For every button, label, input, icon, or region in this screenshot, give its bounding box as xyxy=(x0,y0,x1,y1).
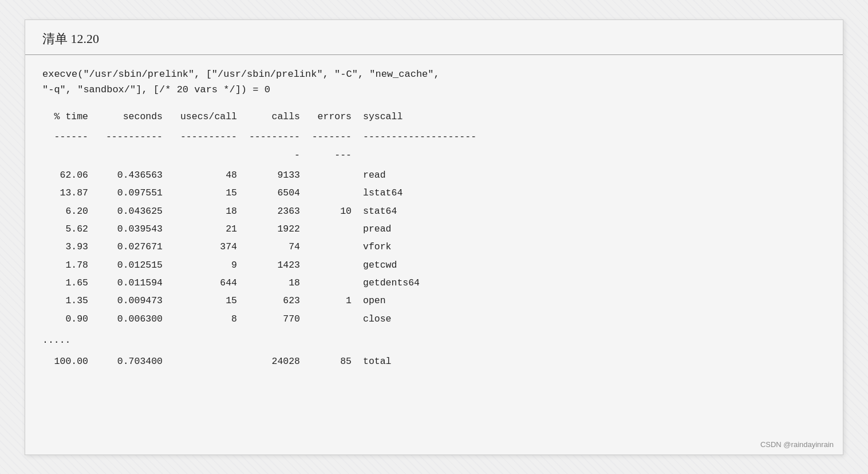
row-calls: 623 xyxy=(248,292,311,310)
row-calls: 9133 xyxy=(248,166,311,184)
total-syscall: total xyxy=(363,352,478,370)
row-seconds: 0.012515 xyxy=(100,256,174,274)
row-seconds: 0.436563 xyxy=(100,166,174,184)
row-syscall: close xyxy=(363,310,478,328)
row-calls: 770 xyxy=(248,310,311,328)
syscall-table: % time seconds usecs/call calls errors s… xyxy=(42,108,826,371)
total-errors: 85 xyxy=(311,352,363,370)
sep-seconds: ---------- xyxy=(100,128,174,164)
row-usecs: 21 xyxy=(174,220,248,238)
header-seconds: seconds xyxy=(100,108,174,126)
row-errors xyxy=(311,256,363,274)
total-pct: 100.00 xyxy=(42,352,100,370)
table-row: 62.06 0.436563 48 9133 read xyxy=(42,166,826,184)
row-seconds: 0.009473 xyxy=(100,292,174,310)
row-errors xyxy=(311,166,363,184)
row-errors xyxy=(311,274,363,292)
row-syscall: vfork xyxy=(363,238,478,256)
row-syscall: open xyxy=(363,292,478,310)
header-usecs: usecs/call xyxy=(174,108,248,126)
row-syscall: lstat64 xyxy=(363,184,478,202)
row-pct: 5.62 xyxy=(42,220,100,238)
table-row: 6.20 0.043625 18 2363 10 stat64 xyxy=(42,202,826,220)
content-area: execve("/usr/sbin/prelink", ["/usr/sbin/… xyxy=(25,55,843,388)
row-syscall: getdents64 xyxy=(363,274,478,292)
row-usecs: 8 xyxy=(174,310,248,328)
row-usecs: 18 xyxy=(174,202,248,220)
row-calls: 1922 xyxy=(248,220,311,238)
row-seconds: 0.043625 xyxy=(100,202,174,220)
table-header-row: % time seconds usecs/call calls errors s… xyxy=(42,108,826,126)
row-usecs: 48 xyxy=(174,166,248,184)
command-line1: execve("/usr/sbin/prelink", ["/usr/sbin/… xyxy=(42,66,826,82)
dots-row: ..... xyxy=(42,331,826,349)
row-errors xyxy=(311,310,363,328)
row-pct: 1.35 xyxy=(42,292,100,310)
row-syscall: pread xyxy=(363,220,478,238)
row-usecs: 644 xyxy=(174,274,248,292)
table-row: 0.90 0.006300 8 770 close xyxy=(42,310,826,328)
header-errors: errors xyxy=(311,108,363,126)
header-calls: calls xyxy=(248,108,311,126)
row-seconds: 0.027671 xyxy=(100,238,174,256)
row-usecs: 374 xyxy=(174,238,248,256)
table-row: 3.93 0.027671 374 74 vfork xyxy=(42,238,826,256)
row-syscall: stat64 xyxy=(363,202,478,220)
row-seconds: 0.006300 xyxy=(100,310,174,328)
row-usecs: 9 xyxy=(174,256,248,274)
row-pct: 6.20 xyxy=(42,202,100,220)
row-errors: 10 xyxy=(311,202,363,220)
row-usecs: 15 xyxy=(174,184,248,202)
sep-usecs: ---------- xyxy=(174,128,248,164)
row-errors xyxy=(311,220,363,238)
row-pct: 13.87 xyxy=(42,184,100,202)
row-pct: 3.93 xyxy=(42,238,100,256)
page-title: 清单 12.20 xyxy=(25,20,843,55)
total-row: 100.00 0.703400 24028 85 total xyxy=(42,352,826,370)
row-errors: 1 xyxy=(311,292,363,310)
row-calls: 2363 xyxy=(248,202,311,220)
total-usecs xyxy=(174,352,248,370)
row-pct: 0.90 xyxy=(42,310,100,328)
row-pct: 62.06 xyxy=(42,166,100,184)
row-errors xyxy=(311,238,363,256)
table-row: 1.35 0.009473 15 623 1 open xyxy=(42,292,826,310)
main-card: 清单 12.20 execve("/usr/sbin/prelink", ["/… xyxy=(25,19,843,455)
header-pct: % time xyxy=(42,108,100,126)
separator-row: ------ ---------- ---------- ---------- … xyxy=(42,128,826,164)
row-pct: 1.78 xyxy=(42,256,100,274)
row-calls: 6504 xyxy=(248,184,311,202)
row-seconds: 0.011594 xyxy=(100,274,174,292)
row-calls: 74 xyxy=(248,238,311,256)
row-calls: 1423 xyxy=(248,256,311,274)
row-pct: 1.65 xyxy=(42,274,100,292)
row-errors xyxy=(311,184,363,202)
table-row: 5.62 0.039543 21 1922 pread xyxy=(42,220,826,238)
sep-calls: ---------- xyxy=(248,128,311,164)
command-line2: "-q", "sandbox/"], [/* 20 vars */]) = 0 xyxy=(42,82,826,97)
table-row: 1.78 0.012515 9 1423 getcwd xyxy=(42,256,826,274)
command-block: execve("/usr/sbin/prelink", ["/usr/sbin/… xyxy=(42,66,826,97)
sep-errors: ---------- xyxy=(311,128,363,164)
row-seconds: 0.039543 xyxy=(100,220,174,238)
row-usecs: 15 xyxy=(174,292,248,310)
header-syscall: syscall xyxy=(363,108,478,126)
row-syscall: getcwd xyxy=(363,256,478,274)
total-seconds: 0.703400 xyxy=(100,352,174,370)
sep-pct: ------ xyxy=(42,128,100,164)
total-calls: 24028 xyxy=(248,352,311,370)
table-row: 13.87 0.097551 15 6504 lstat64 xyxy=(42,184,826,202)
footer-brand: CSDN @raindayinrain xyxy=(760,440,834,449)
data-rows: 62.06 0.436563 48 9133 read 13.87 0.0975… xyxy=(42,166,826,328)
row-calls: 18 xyxy=(248,274,311,292)
row-syscall: read xyxy=(363,166,478,184)
table-row: 1.65 0.011594 644 18 getdents64 xyxy=(42,274,826,292)
row-seconds: 0.097551 xyxy=(100,184,174,202)
sep-syscall: -------------------- xyxy=(363,128,478,164)
